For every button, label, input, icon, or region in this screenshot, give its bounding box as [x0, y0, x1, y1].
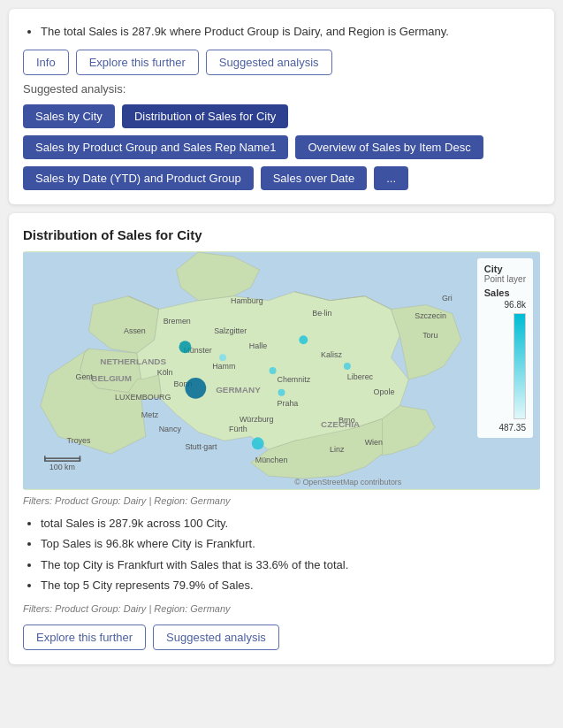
- bullet-text: The total Sales is 287.9k where Product …: [23, 23, 540, 41]
- distribution-of-sales-button[interactable]: Distribution of Sales for City: [122, 104, 288, 128]
- legend-sales-label: Sales: [484, 287, 526, 298]
- legend-title: City: [484, 264, 526, 274]
- munchen-dot: [252, 437, 264, 449]
- dusseldorf-dot: [179, 341, 191, 353]
- frankfurt-dot: [185, 377, 206, 398]
- filter-text-bottom: Filters: Product Group: Dairy | Region: …: [23, 603, 540, 614]
- sales-by-city-button[interactable]: Sales by City: [23, 104, 115, 128]
- insight-1: total Sales is 287.9k across 100 City.: [41, 515, 540, 533]
- map-container[interactable]: Hamburg Bremen Assen Salzgitter Halle Mü…: [23, 251, 540, 490]
- liberec-label: Liberec: [347, 372, 374, 380]
- overview-sales-button[interactable]: Overview of Sales by Item Desc: [295, 135, 483, 159]
- munchen-label: München: [255, 456, 288, 464]
- more-button[interactable]: ...: [374, 166, 408, 190]
- praha-label: Praha: [278, 398, 299, 407]
- gent-label: Gent: [75, 372, 93, 380]
- furth-label: Fürth: [229, 425, 247, 433]
- top-action-buttons: Info Explore this further Suggested anal…: [23, 50, 540, 75]
- explore-further-bottom-button[interactable]: Explore this further: [23, 625, 146, 650]
- city-dot-4: [219, 354, 226, 361]
- netherlands-label: NETHERLANDS: [100, 356, 166, 366]
- szczecin-label: Szczecin: [415, 310, 446, 319]
- troyes-label: Troyes: [67, 436, 91, 445]
- belgium-label: BELGIUM: [91, 372, 132, 382]
- salzgitter-label: Salzgitter: [214, 326, 247, 335]
- legend-bar-container: 96.8k 487.35: [484, 300, 526, 433]
- chart-panel: Distribution of Sales for City: [9, 213, 554, 664]
- legend-subtitle: Point layer: [484, 274, 526, 284]
- toru-label: Toru: [422, 331, 437, 340]
- wien-label: Wien: [365, 438, 383, 447]
- sales-by-product-group-button[interactable]: Sales by Product Group and Sales Rep Nam…: [23, 135, 288, 159]
- germany-label: GERMANY: [216, 384, 261, 394]
- map-svg: Hamburg Bremen Assen Salzgitter Halle Mü…: [23, 251, 540, 490]
- suggestion-row-2: Sales by Product Group and Sales Rep Nam…: [23, 135, 540, 159]
- insights-list: total Sales is 287.9k across 100 City. T…: [23, 515, 540, 594]
- info-button[interactable]: Info: [23, 50, 69, 75]
- explore-further-button[interactable]: Explore this further: [76, 50, 199, 75]
- nancy-label: Nancy: [159, 425, 182, 433]
- hamm-label: Hamm: [212, 362, 235, 371]
- hamburg-label: Hamburg: [231, 295, 263, 304]
- chart-title: Distribution of Sales for City: [23, 227, 540, 242]
- suggested-label: Suggested analysis:: [23, 82, 540, 96]
- suggested-analysis-bottom-button[interactable]: Suggested analysis: [153, 625, 279, 650]
- gri-label: Gri: [442, 293, 453, 302]
- wurzburg-label: Würzburg: [240, 414, 274, 423]
- halle-label: Halle: [249, 341, 267, 350]
- bremen-label: Bremen: [164, 317, 191, 326]
- svg-text:100 km: 100 km: [49, 463, 75, 471]
- city-dot-3: [270, 367, 277, 374]
- linz-label: Linz: [330, 445, 345, 454]
- luxembourg-label: LUXEMBOURG: [115, 392, 171, 401]
- suggestion-row-3: Sales by Date (YTD) and Product Group Sa…: [23, 166, 540, 190]
- suggestion-row-1: Sales by City Distribution of Sales for …: [23, 104, 540, 128]
- city-dot: [299, 335, 308, 344]
- city-dot-2: [344, 363, 351, 370]
- czechia-label: CZECHIA: [321, 419, 360, 429]
- city-dot-5: [278, 388, 285, 395]
- map-attribution: © OpenStreetMap contributors: [294, 477, 401, 486]
- sales-over-date-button[interactable]: Sales over Date: [261, 166, 368, 190]
- assen-label: Assen: [124, 326, 146, 335]
- top-panel: The total Sales is 287.9k where Product …: [9, 9, 554, 204]
- bottom-buttons: Explore this further Suggested analysis: [23, 625, 540, 650]
- sales-by-date-button[interactable]: Sales by Date (YTD) and Product Group: [23, 166, 254, 190]
- map-legend: City Point layer Sales 96.8k 487.35: [477, 258, 533, 438]
- legend-color-bar: [514, 313, 526, 419]
- filter-text-top: Filters: Product Group: Dairy | Region: …: [23, 495, 540, 506]
- koln-label: Köln: [157, 367, 173, 376]
- berlin-label: Be·lin: [312, 308, 331, 317]
- metz-label: Metz: [141, 410, 159, 418]
- insight-2: Top Sales is 96.8k where City is Frankfu…: [41, 535, 540, 553]
- legend-min: 487.35: [498, 423, 526, 433]
- suggested-analysis-top-button[interactable]: Suggested analysis: [206, 50, 332, 75]
- insight-4: The top 5 City represents 79.9% of Sales…: [41, 577, 540, 594]
- chemnitz-label: Chemnitz: [278, 374, 311, 383]
- opole-label: Opole: [374, 387, 395, 395]
- insight-3: The top City is Frankfurt with Sales tha…: [41, 556, 540, 574]
- legend-max: 96.8k: [505, 300, 526, 310]
- insight-text: The total Sales is 287.9k where Product …: [41, 23, 540, 41]
- suggestion-buttons: Sales by City Distribution of Sales for …: [23, 104, 540, 190]
- stuttgart-label: Stutt·gart: [185, 442, 217, 451]
- kalisz-label: Kalisz: [321, 350, 342, 359]
